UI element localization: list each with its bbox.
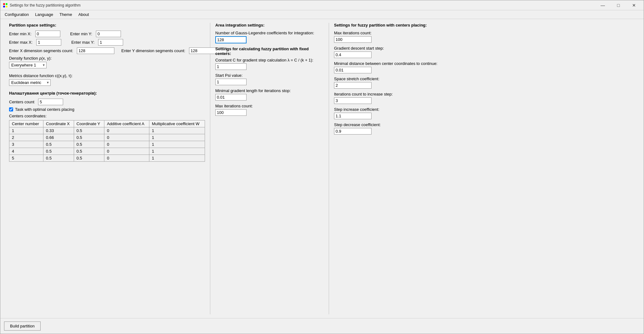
enter-min-y-input[interactable]	[96, 31, 121, 37]
start-psi-label: Start Psi value:	[215, 73, 324, 78]
table-header-2: Coordinate Y	[74, 120, 104, 127]
table-cell: 0.5	[43, 148, 74, 155]
start-psi-input[interactable]	[215, 79, 247, 85]
fixed-centers-title: Settings for calculating fuzzy partition…	[215, 47, 324, 56]
menu-language[interactable]: Language	[32, 11, 56, 18]
centers-coords-label: Centers coordinates:	[9, 114, 205, 118]
iterations-increase-block: Iterations count to increase step:	[334, 92, 635, 104]
table-cell: 0.5	[74, 127, 104, 134]
table-cell: 0	[104, 127, 149, 134]
gauss-block: Number of Gauss-Legendre coefficients fo…	[215, 31, 324, 43]
left-panel: Partition space settings: Enter min X: E…	[4, 23, 210, 314]
centers-count-label: Centers count	[9, 100, 34, 104]
table-cell: 0.5	[74, 148, 104, 155]
table-cell: 0.5	[43, 141, 74, 148]
max-iterations-block: Max iterations count:	[215, 104, 324, 116]
window-title: Settings for the fuzzy partitioning algo…	[10, 3, 596, 7]
enter-max-x-label: Enter max X:	[9, 40, 32, 45]
iterations-increase-input[interactable]	[334, 97, 372, 104]
table-cell: 0.5	[43, 155, 74, 162]
middle-panel-title: Area integration settings:	[215, 23, 324, 27]
table-cell: 0.5	[74, 141, 104, 148]
right-max-iter-input[interactable]	[334, 36, 372, 43]
min-xy-row: Enter min X: Enter min Y:	[9, 31, 205, 37]
build-partition-button[interactable]: Build partition	[4, 322, 41, 331]
table-row: 40.50.501	[9, 148, 205, 155]
task-optimal-checkbox[interactable]	[9, 107, 13, 111]
step-decrease-block: Step decrease coefficient:	[334, 122, 635, 135]
table-cell: 3	[9, 141, 43, 148]
enter-max-y-input[interactable]	[98, 39, 123, 46]
constant-c-input[interactable]	[215, 63, 247, 70]
max-iterations-input[interactable]	[215, 109, 247, 116]
table-row: 20.660.501	[9, 134, 205, 141]
task-optimal-row: Task with optimal centers placing	[9, 107, 205, 112]
menu-theme[interactable]: Theme	[56, 11, 75, 18]
right-max-iter-label: Max iterations count:	[334, 31, 635, 35]
centers-table: Center number Coordinate X Coordinate Y …	[9, 120, 205, 162]
metrics-dropdown[interactable]: Euclidean metric Manhattan metric	[9, 79, 51, 86]
table-cell: 0	[104, 148, 149, 155]
density-label: Density function ρ(x, y):	[9, 56, 205, 61]
max-xy-row: Enter max X: Enter max Y:	[9, 39, 205, 46]
centers-count-input[interactable]	[38, 99, 63, 105]
gauss-input[interactable]	[215, 36, 247, 43]
right-panel-title: Settings for fuzzy partition with center…	[334, 23, 635, 27]
enter-max-x-input[interactable]	[36, 39, 61, 46]
menu-configuration[interactable]: Configuration	[2, 11, 32, 18]
gradient-start-input[interactable]	[334, 52, 372, 58]
x-segments-input[interactable]	[77, 47, 114, 54]
iterations-increase-label: Iterations count to increase step:	[334, 92, 635, 96]
enter-min-y-label: Enter min Y:	[70, 32, 92, 36]
start-psi-block: Start Psi value:	[215, 73, 324, 85]
table-cell: 1	[149, 134, 205, 141]
density-dropdown[interactable]: Everywhere 1 Everywhere 2 Custom	[9, 62, 47, 68]
enter-min-x-input[interactable]	[35, 31, 60, 37]
app-icon	[3, 3, 8, 8]
step-increase-block: Step increase coefficient:	[334, 107, 635, 119]
window-controls: — □ ✕	[596, 0, 641, 10]
table-header-3: Additive coefficient A	[104, 120, 149, 127]
table-header-1: Coordinate X	[43, 120, 74, 127]
table-cell: 5	[9, 155, 43, 162]
table-header-4: Multiplicative coefficient W	[149, 120, 205, 127]
y-segments-label: Enter Y dimension segments count:	[121, 48, 185, 53]
step-increase-label: Step increase coefficient:	[334, 107, 635, 112]
space-stretch-input[interactable]	[334, 82, 372, 89]
min-gradient-label: Minimal gradient length for iterations s…	[215, 88, 324, 93]
table-cell: 0	[104, 134, 149, 141]
svg-point-3	[6, 6, 7, 7]
centers-count-row: Centers count	[9, 99, 205, 105]
svg-point-0	[3, 3, 5, 5]
table-row: 10.330.501	[9, 127, 205, 134]
table-cell: 1	[149, 141, 205, 148]
step-decrease-input[interactable]	[334, 128, 372, 135]
maximize-button[interactable]: □	[611, 0, 626, 10]
main-window: Settings for the fuzzy partitioning algo…	[0, 0, 644, 334]
table-cell: 1	[149, 148, 205, 155]
table-cell: 0	[104, 155, 149, 162]
title-bar: Settings for the fuzzy partitioning algo…	[0, 0, 644, 10]
svg-point-1	[6, 3, 7, 5]
minimize-button[interactable]: —	[596, 0, 610, 10]
table-cell: 1	[9, 127, 43, 134]
enter-max-y-label: Enter max Y:	[71, 40, 94, 45]
space-stretch-block: Space stretch coefficient:	[334, 76, 635, 89]
table-row: 50.50.501	[9, 155, 205, 162]
centers-section-title: Налаштування центрів (точок-генераторів)…	[9, 91, 205, 96]
table-cell: 0.33	[43, 127, 74, 134]
close-button[interactable]: ✕	[627, 0, 641, 10]
min-distance-input[interactable]	[334, 67, 372, 73]
min-gradient-input[interactable]	[215, 94, 247, 101]
max-iterations-label: Max iterations count:	[215, 104, 324, 108]
enter-min-x-label: Enter min X:	[9, 32, 32, 36]
step-increase-input[interactable]	[334, 113, 372, 119]
table-cell: 1	[149, 155, 205, 162]
table-cell: 0.66	[43, 134, 74, 141]
density-dropdown-wrap: Everywhere 1 Everywhere 2 Custom ▼	[9, 62, 47, 68]
menu-about[interactable]: About	[75, 11, 92, 18]
segments-row: Enter X dimension segments count: Enter …	[9, 47, 205, 54]
menu-bar: Configuration Language Theme About	[0, 10, 644, 19]
space-stretch-label: Space stretch coefficient:	[334, 76, 635, 81]
task-optimal-label: Task with optimal centers placing	[15, 107, 74, 112]
